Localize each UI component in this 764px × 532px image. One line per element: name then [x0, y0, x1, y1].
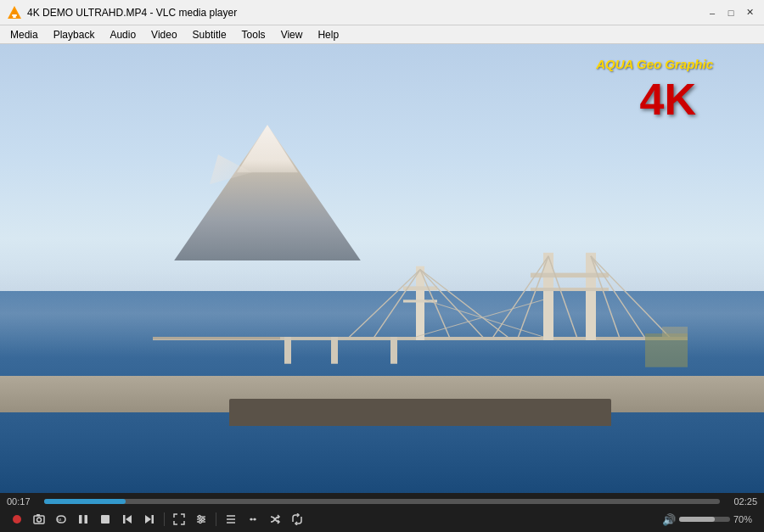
title-bar: 4K DEMO ULTRAHD.MP4 - VLC media player –…	[0, 0, 764, 25]
svg-marker-42	[145, 515, 151, 524]
menu-tools[interactable]: Tools	[235, 27, 272, 42]
progress-fill	[44, 499, 126, 504]
svg-text:AB: AB	[57, 518, 62, 522]
svg-point-34	[37, 518, 42, 522]
resolution-overlay: 4K	[640, 74, 696, 125]
play-pause-button[interactable]	[73, 510, 93, 529]
bridge	[153, 232, 688, 367]
svg-rect-5	[153, 337, 280, 339]
extended-settings-button[interactable]	[191, 510, 211, 529]
svg-rect-7	[331, 337, 338, 364]
record-button[interactable]	[7, 510, 27, 529]
svg-marker-40	[126, 515, 132, 524]
svg-line-19	[420, 270, 484, 339]
svg-line-26	[591, 256, 671, 339]
skip-back-button[interactable]	[117, 510, 138, 529]
svg-rect-31	[662, 327, 688, 337]
svg-line-16	[374, 270, 420, 339]
maximize-button[interactable]: □	[723, 5, 739, 20]
brand-overlay: AQUA Geo Graphic	[596, 57, 713, 71]
svg-rect-15	[531, 288, 609, 291]
volume-percent: 70%	[733, 514, 757, 524]
separator-1	[164, 512, 165, 526]
rewind-button[interactable]	[243, 510, 263, 529]
menu-subtitle[interactable]: Subtitle	[186, 27, 233, 42]
svg-line-21	[492, 256, 548, 339]
window-title: 4K DEMO ULTRAHD.MP4 - VLC media player	[27, 7, 705, 19]
playlist-button[interactable]	[221, 510, 241, 529]
breakwater	[229, 399, 611, 426]
controls-row: AB	[7, 510, 757, 529]
svg-rect-8	[390, 337, 397, 364]
svg-line-17	[348, 270, 420, 339]
window-controls: – □ ✕	[705, 5, 757, 20]
svg-point-49	[199, 521, 202, 524]
snapshot-button[interactable]	[29, 510, 49, 529]
svg-point-47	[199, 516, 201, 518]
random-button[interactable]	[265, 510, 285, 529]
current-time: 00:17	[7, 496, 37, 507]
svg-rect-43	[152, 515, 154, 524]
menu-media[interactable]: Media	[3, 27, 45, 42]
volume-track[interactable]	[679, 517, 730, 522]
svg-rect-37	[79, 515, 82, 524]
controls-area: 00:17 02:25 AB	[0, 493, 764, 532]
svg-rect-39	[101, 515, 110, 524]
svg-rect-30	[645, 333, 688, 367]
stop-button[interactable]	[95, 510, 115, 529]
video-scene: AQUA Geo Graphic 4K	[0, 44, 764, 493]
svg-rect-35	[37, 514, 40, 516]
loop-ab-button[interactable]: AB	[51, 510, 71, 529]
svg-rect-41	[123, 515, 126, 524]
total-time: 02:25	[727, 496, 757, 507]
progress-bar-container: 00:17 02:25	[7, 496, 757, 507]
menu-playback[interactable]: Playback	[47, 27, 102, 42]
volume-fill	[679, 517, 715, 522]
vlc-icon	[7, 5, 22, 20]
svg-line-25	[591, 256, 645, 339]
svg-line-20	[420, 270, 509, 339]
progress-track[interactable]	[44, 499, 720, 504]
svg-point-48	[202, 518, 205, 521]
svg-point-32	[13, 515, 21, 524]
minimize-button[interactable]: –	[705, 5, 720, 20]
close-button[interactable]: ✕	[742, 5, 757, 20]
loop-button[interactable]	[287, 510, 307, 529]
video-area[interactable]: AQUA Geo Graphic 4K	[0, 44, 764, 493]
volume-icon[interactable]: 🔊	[662, 513, 676, 526]
svg-rect-3	[13, 16, 16, 18]
svg-rect-6	[284, 337, 291, 364]
svg-rect-2	[12, 14, 17, 16]
menu-bar: Media Playback Audio Video Subtitle Tool…	[0, 25, 764, 44]
separator-2	[216, 512, 216, 526]
menu-audio[interactable]: Audio	[103, 27, 143, 42]
svg-rect-38	[85, 515, 88, 524]
fullscreen-button[interactable]	[169, 510, 189, 529]
menu-help[interactable]: Help	[311, 27, 345, 42]
volume-area: 🔊 70%	[662, 513, 757, 526]
menu-video[interactable]: Video	[144, 27, 183, 42]
menu-view[interactable]: View	[274, 27, 310, 42]
svg-line-18	[420, 270, 450, 339]
skip-forward-button[interactable]	[139, 510, 160, 529]
